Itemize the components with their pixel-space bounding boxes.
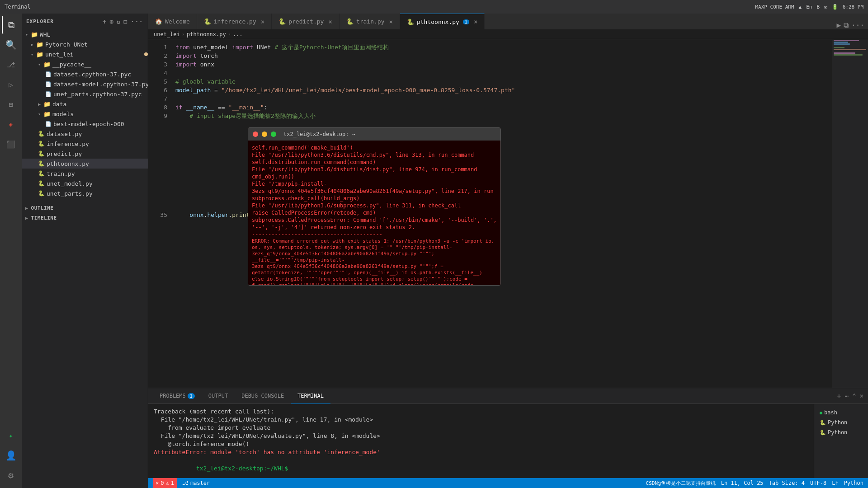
timeline-section[interactable]: ▶ TIMELINE [22,213,148,223]
breadcrumb-ellipsis[interactable]: ... [233,31,243,38]
tree-train[interactable]: 🐍 train.py [22,169,148,178]
close-panel-icon[interactable]: × [860,392,863,399]
run-file-icon[interactable]: ▶ [836,21,841,29]
line-num-9: 9 [148,112,167,120]
status-encoding[interactable]: UTF-8 [810,480,826,486]
terminal-instance-bash[interactable]: ● bash [814,408,868,418]
panel-tab-problems[interactable]: PROBLEMS 1 [153,388,202,404]
modified-dot [144,52,148,56]
line-num-7: 7 [148,94,167,103]
tree-predict[interactable]: 🐍 predict.py [22,149,148,159]
new-file-icon[interactable]: + [103,18,107,25]
activity-extensions[interactable]: ⊞ [2,95,20,113]
tree-data[interactable]: ▶ 📁 data [22,99,148,109]
collapse-icon[interactable]: ⊟ [123,18,127,25]
terminal-overlay-content[interactable]: self.run_command('cmake_build') File "/u… [248,141,500,285]
terminal-label: TERMINAL [297,393,324,399]
activity-account[interactable]: 👤 [2,446,20,465]
tree-dataset-model-pyc[interactable]: 📄 dataset-model.cpython-37.pyc [22,79,148,89]
term-separator: ---------------------------------------- [252,231,497,238]
tree-pytorch-unet[interactable]: ▶ 📁 Pytorch-UNet [22,39,148,49]
tree-models[interactable]: ▾ 📁 models [22,109,148,119]
add-terminal-icon[interactable]: + [837,392,841,400]
activity-search[interactable]: 🔍 [2,36,20,54]
python-icon2: 🐍 [820,430,826,436]
tree-dataset-model-pyc-label: dataset-model.cpython-37.pyc [53,81,148,88]
tree-unet-parts[interactable]: 🐍 unet_parts.py [22,188,148,198]
tree-dataset[interactable]: 🐍 dataset.py [22,129,148,139]
activity-run[interactable]: ▷ [2,75,20,94]
code-line-5: # gloabl variable [171,77,832,86]
tree-pycache[interactable]: ▾ 📁 __pycache__ [22,59,148,69]
tree-pthtoonnx[interactable]: 🐍 pthtoonnx.py [22,159,148,169]
nvidia-icon: MAXP CORE ARM [755,4,794,10]
terminal-main[interactable]: Traceback (most recent call last): File … [148,404,814,478]
tab-predict[interactable]: 🐍 predict.py × [272,14,340,29]
status-language[interactable]: Python [844,480,863,486]
activity-settings[interactable]: ⚙ [2,466,20,484]
line-num-5: 5 [148,77,167,86]
minimap-block [834,47,844,48]
minimap-block [834,54,863,56]
pthtoonnx-tab-label: pthtoonnx.py [417,19,459,25]
breadcrumb-pthtoonnx[interactable]: pthtoonnx.py [187,31,226,38]
status-tab-size[interactable]: Tab Size: 4 [769,480,805,486]
term-error-line: self.run_command('cmake_build') [252,144,497,151]
minimap-block [834,49,866,50]
tree-unet-parts-pyc[interactable]: 📄 unet_parts.cpython-37.pyc [22,89,148,99]
tree-dataset-pyc[interactable]: 📄 dataset.cpython-37.pyc [22,69,148,79]
activity-terminal2[interactable]: ⬛ [2,135,20,153]
activity-database[interactable]: ◈ [2,115,20,133]
terminal-instance-python1[interactable]: 🐍 Python [814,418,868,427]
activity-remote[interactable]: ✦ [2,427,20,445]
new-folder-icon[interactable]: ⊕ [109,18,113,25]
terminal-instance-python2[interactable]: 🐍 Python [814,427,868,437]
tab-inference[interactable]: 🐍 inference.py × [197,14,272,29]
status-line-ending[interactable]: LF [832,480,838,486]
arrow-icon: ▾ [31,52,33,57]
file-icon: 📄 [45,91,52,97]
pthtoonnx-close-btn[interactable]: × [474,18,477,25]
outline-section[interactable]: ▶ OUTLINE [22,203,148,213]
tree-unet-lei[interactable]: ▾ 📁 unet_lei [22,49,148,59]
tab-pthtoonnx[interactable]: 🐍 pthtoonnx.py 1 × [400,14,485,29]
extensions-icon: ⊞ [9,100,13,109]
folder-icon: 📁 [43,111,51,117]
term-close-btn[interactable] [253,131,258,137]
status-branch[interactable]: ⎇ master [182,480,210,486]
terminal-line-error: AttributeError: module 'torch' has no at… [154,448,808,456]
activity-git[interactable]: ⎇ [2,56,20,74]
inference-close-btn[interactable]: × [261,18,264,25]
status-errors[interactable]: ✕ 0 ⚠ 1 [153,478,177,488]
tree-best-model[interactable]: 📄 best-model-epoch-000 [22,119,148,129]
bt-icon: B [816,4,820,10]
more-icon[interactable]: ··· [131,18,143,25]
panel-tab-terminal[interactable]: TERMINAL [291,388,330,404]
tab-welcome[interactable]: 🏠 Welcome [148,14,197,29]
split-editor-icon[interactable]: ⧉ [844,21,849,29]
status-line-col[interactable]: Ln 11, Col 25 [721,480,764,486]
tab-train[interactable]: 🐍 train.py × [340,14,400,29]
more-actions-icon[interactable]: ··· [851,21,864,29]
folder-icon: 📁 [36,41,43,48]
term-minimize-btn[interactable] [262,131,267,137]
maximize-panel-icon[interactable]: ⌃ [852,392,856,399]
train-close-btn[interactable]: × [389,18,393,25]
breadcrumb-unet-lei[interactable]: unet_lei [154,31,180,38]
tree-inference[interactable]: 🐍 inference.py [22,139,148,149]
term-maximize-btn[interactable] [271,131,276,137]
activity-explorer[interactable]: ⧉ [2,16,20,34]
tree-unet-model[interactable]: 🐍 unet_model.py [22,178,148,188]
split-terminal-icon[interactable]: ⋯ [845,392,849,399]
panel-tab-output[interactable]: OUTPUT [202,388,235,404]
predict-close-btn[interactable]: × [328,18,332,25]
tree-inference-label: inference.py [47,141,89,147]
term-error-line: self.distribution.run_command(command) [252,159,497,166]
panel-tab-debug[interactable]: DEBUG CONSOLE [235,388,291,404]
file-icon: 📄 [45,81,52,87]
refresh-icon[interactable]: ↻ [117,18,121,25]
wifi-icon: ▲ [799,4,802,10]
code-line-4 [171,69,832,77]
tree-whl[interactable]: ▾ 📁 WHL [22,29,148,39]
terminal-overlay-header[interactable]: tx2_lei@tx2-desktop: ~ [248,128,500,141]
